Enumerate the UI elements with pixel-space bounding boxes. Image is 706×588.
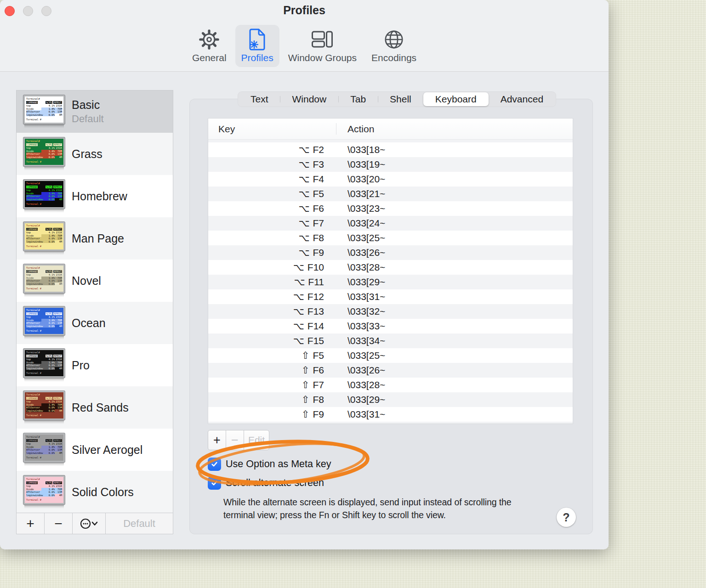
mini-terminal-preview: Terminal#COMMAND%CPURPRVTtop4.1%231KXcod… [23, 222, 65, 251]
table-row[interactable]: ⌥F15\033[34~ [208, 334, 573, 348]
remove-shortcut-button[interactable]: − [226, 430, 244, 450]
sidebar-item-silver-aerogel[interactable]: Terminal#COMMAND%CPURPRVTtop4.1%231KXcod… [17, 429, 173, 471]
tab-keyboard[interactable]: Keyboard [423, 92, 489, 106]
profile-labels: Ocean [72, 317, 106, 330]
table-row[interactable]: ⇧F6\033[26~ [208, 363, 573, 378]
sidebar-item-man-page[interactable]: Terminal#COMMAND%CPURPRVTtop4.1%231KXcod… [17, 217, 173, 260]
table-row[interactable]: ⌥F7\033[24~ [208, 216, 573, 231]
table-row[interactable]: ⌥F5\033[21~ [208, 187, 573, 201]
plus-icon: + [26, 516, 34, 531]
ellipsis-circle-chevron-icon [80, 518, 99, 530]
option-key-icon: ⌥ [298, 218, 309, 228]
mini-terminal-title: Terminal# [26, 182, 62, 185]
key-label: F12 [307, 291, 324, 302]
sidebar-item-basic[interactable]: Terminal#COMMAND%CPURPRVTtop4.1%231KXcod… [17, 90, 173, 133]
key-cell: ⇧F9 [208, 409, 336, 420]
table-row[interactable]: ⌥F3\033[19~ [208, 157, 573, 172]
table-row[interactable]: ⌥F2\033[18~ [208, 142, 573, 157]
action-cell: \033[32~ [336, 306, 385, 317]
table-row[interactable]: ⌥F8\033[25~ [208, 231, 573, 245]
sidebar-item-pro[interactable]: Terminal#COMMAND%CPURPRVTtop4.1%231KXcod… [17, 344, 173, 386]
tab-advanced[interactable]: Advanced [489, 92, 555, 106]
key-cell: ⌥F4 [208, 174, 336, 185]
toolbar-item-general[interactable]: General [186, 25, 233, 67]
table-row[interactable]: ⌥F6\033[23~ [208, 201, 573, 216]
sidebar-item-solid-colors[interactable]: Terminal#COMMAND%CPURPRVTtop4.1%231KXcod… [17, 471, 173, 513]
thumbnail-reflection [24, 167, 64, 170]
sidebar-item-novel[interactable]: Terminal#COMMAND%CPURPRVTtop4.1%231KXcod… [17, 260, 173, 302]
key-label: F14 [307, 321, 324, 331]
add-shortcut-button[interactable]: + [208, 430, 226, 450]
tab-shell[interactable]: Shell [378, 92, 423, 106]
profile-actions-menu-button[interactable] [73, 513, 106, 534]
table-row[interactable]: ⌥F12\033[31~ [208, 289, 573, 304]
profile-thumbnail: Terminal#COMMAND%CPURPRVTtop4.1%231KXcod… [23, 391, 66, 424]
checkbox-icon[interactable] [208, 458, 221, 471]
key-cell: ⇧F7 [208, 379, 336, 390]
table-row[interactable]: ⌥F14\033[33~ [208, 319, 573, 334]
mini-terminal-row: loginwindow0.0%4M [26, 494, 62, 497]
table-row[interactable]: ⇧F9\033[31~ [208, 407, 573, 422]
tab-text[interactable]: Text [239, 92, 280, 106]
action-cell: \033[21~ [336, 188, 385, 199]
sidebar-item-homebrew[interactable]: Terminal#COMMAND%CPURPRVTtop4.1%231KXcod… [17, 175, 173, 217]
table-row[interactable]: ⇧F5\033[25~ [208, 348, 573, 363]
settings-tabbar: TextWindowTabShellKeyboardAdvanced [238, 91, 556, 107]
mini-terminal-col: %CPU [46, 101, 52, 104]
toolbar-item-encodings[interactable]: Encodings [365, 25, 422, 67]
sidebar-item-ocean[interactable]: Terminal#COMMAND%CPURPRVTtop4.1%231KXcod… [17, 302, 173, 344]
sidebar-item-red-sands[interactable]: Terminal#COMMAND%CPURPRVTtop4.1%231KXcod… [17, 386, 173, 429]
profile-thumbnail: Terminal#COMMAND%CPURPRVTtop4.1%231KXcod… [23, 475, 66, 509]
mini-terminal-col: RPRVT [53, 312, 62, 316]
key-cell: ⌥F11 [208, 277, 336, 288]
table-row[interactable]: ⌥F13\033[32~ [208, 304, 573, 319]
table-row[interactable]: ⌥F4\033[20~ [208, 172, 573, 187]
toolbar-item-window-groups[interactable]: Window Groups [282, 25, 363, 67]
mini-terminal-col: RPRVT [53, 186, 62, 189]
table-row[interactable]: ⌥F11\033[29~ [208, 275, 573, 289]
thumbnail-reflection [24, 209, 64, 213]
profile-name: Homebrew [72, 190, 127, 203]
profile-labels: Red Sands [72, 401, 129, 414]
option-key-icon: ⌥ [293, 262, 304, 272]
key-label: F4 [313, 174, 324, 184]
toolbar-item-profiles[interactable]: Profiles [235, 25, 279, 67]
use-option-as-meta-key-checkbox[interactable]: Use Option as Meta key [208, 458, 331, 471]
table-row[interactable]: ⌥F9\033[26~ [208, 245, 573, 260]
mini-terminal-prompt: Terminal # [26, 118, 62, 121]
table-row[interactable]: ⌥F10\033[28~ [208, 260, 573, 275]
edit-shortcut-button[interactable]: Edit [244, 430, 269, 450]
profile-thumbnail: Terminal#COMMAND%CPURPRVTtop4.1%231KXcod… [23, 222, 66, 255]
key-label: F15 [307, 335, 324, 346]
key-column-header: Key [208, 124, 235, 135]
globe-icon [383, 28, 404, 51]
action-cell: \033[23~ [336, 203, 385, 214]
sidebar-item-grass[interactable]: Terminal#COMMAND%CPURPRVTtop4.1%231KXcod… [17, 133, 173, 175]
checkbox-icon[interactable] [208, 476, 221, 490]
tab-tab[interactable]: Tab [338, 92, 378, 106]
action-cell: \033[18~ [336, 144, 385, 155]
table-row[interactable]: ⇧F7\033[28~ [208, 378, 573, 392]
set-default-button[interactable]: Default [106, 513, 173, 534]
remove-profile-button[interactable]: − [45, 513, 73, 534]
mini-terminal-title: Terminal# [26, 266, 62, 270]
scroll-alternate-screen-checkbox[interactable]: Scroll alternate screen [208, 476, 324, 490]
shortcut-edit-buttons: + − Edit [208, 430, 269, 450]
table-body: ⌥F2\033[18~⌥F3\033[19~⌥F4\033[20~⌥F5\033… [208, 142, 573, 422]
key-label: F6 [313, 365, 324, 375]
table-row[interactable]: ⇧F8\033[29~ [208, 392, 573, 407]
thumbnail-reflection [24, 420, 64, 424]
key-cell: ⌥F2 [208, 144, 336, 155]
mini-terminal-col: %CPU [46, 312, 52, 316]
mini-terminal-title: Terminal# [26, 224, 62, 227]
key-cell: ⌥F5 [208, 188, 336, 199]
help-button[interactable]: ? [557, 508, 576, 527]
shift-key-icon: ⇧ [302, 350, 310, 361]
profile-thumbnail: Terminal#COMMAND%CPURPRVTtop4.1%231KXcod… [23, 433, 66, 466]
mini-terminal-col: COMMAND [26, 143, 38, 147]
profile-name: Ocean [72, 317, 106, 330]
tab-window[interactable]: Window [280, 92, 339, 106]
key-label: F9 [313, 409, 324, 419]
mini-terminal-col: RPRVT [53, 481, 62, 485]
add-profile-button[interactable]: + [17, 513, 45, 534]
